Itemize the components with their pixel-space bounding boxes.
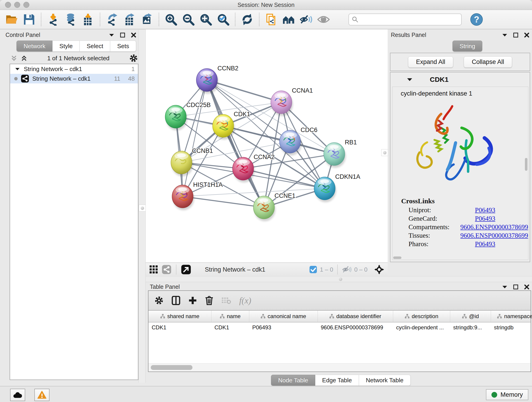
- share-view-icon[interactable]: [162, 265, 171, 274]
- close-panel-icon[interactable]: [524, 284, 529, 289]
- cell-description[interactable]: cyclin-dependent ...: [393, 322, 450, 333]
- edge-HIST1H1A-CCNE1[interactable]: [183, 196, 264, 207]
- float-panel-icon[interactable]: [513, 284, 518, 289]
- cell--id[interactable]: stringdb:9...: [450, 322, 491, 333]
- float-panel-icon[interactable]: [120, 32, 125, 38]
- protein-card-header[interactable]: CDK1: [390, 72, 530, 87]
- zoom-in-button[interactable]: [163, 12, 178, 27]
- home-view-button[interactable]: [281, 12, 296, 27]
- table-horizontal-scrollbar-track[interactable]: [148, 363, 531, 371]
- grid-view-icon[interactable]: [149, 265, 158, 274]
- tab-node-table[interactable]: Node Table: [271, 375, 315, 386]
- cell-shared-name[interactable]: CDK1: [148, 322, 211, 333]
- expand-all-icon[interactable]: [21, 55, 27, 62]
- horizontal-splitter-handle[interactable]: [339, 278, 342, 281]
- table-row[interactable]: CDK1CDK1P064939606.ENSP00000378699cyclin…: [148, 322, 531, 333]
- column-header-description[interactable]: description: [393, 311, 450, 322]
- float-panel-icon[interactable]: [513, 32, 518, 38]
- hidden-eye-icon[interactable]: [342, 265, 351, 274]
- import-database-button[interactable]: [63, 12, 78, 27]
- refresh-button[interactable]: [240, 12, 255, 27]
- tab-select[interactable]: Select: [80, 41, 110, 51]
- panel-menu-caret-icon[interactable]: [502, 285, 507, 288]
- cloud-status-button[interactable]: [10, 389, 25, 401]
- left-splitter[interactable]: [138, 30, 146, 383]
- column-header-name[interactable]: name: [211, 311, 249, 322]
- close-panel-icon[interactable]: [131, 32, 136, 38]
- import-network-button[interactable]: [46, 12, 61, 27]
- card-horizontal-scrollbar[interactable]: [393, 256, 401, 259]
- left-splitter-handle[interactable]: [139, 205, 146, 211]
- new-network-from-selection-button[interactable]: [264, 12, 279, 27]
- crosslink-value[interactable]: P06493: [475, 240, 495, 248]
- crosslink-value[interactable]: 9606.ENSP00000378699: [460, 223, 528, 231]
- expand-all-button[interactable]: Expand All: [408, 56, 453, 68]
- edge-CCNB2-CCNE1[interactable]: [207, 80, 264, 207]
- right-splitter[interactable]: [382, 29, 388, 262]
- zoom-fit-button[interactable]: [198, 12, 213, 27]
- collapse-section-icon[interactable]: [407, 78, 412, 81]
- collapse-all-button[interactable]: Collapse All: [464, 56, 512, 68]
- gear-icon[interactable]: [129, 54, 138, 63]
- cell-canonical-name[interactable]: P06493: [249, 322, 317, 333]
- panel-menu-caret-icon[interactable]: [109, 33, 114, 37]
- save-session-button[interactable]: [22, 12, 37, 27]
- tab-style[interactable]: Style: [52, 41, 80, 51]
- node-CCNA1[interactable]: CCNA1: [271, 87, 313, 116]
- hide-graphics-details-button[interactable]: [298, 12, 314, 27]
- tab-edge-table[interactable]: Edge Table: [315, 375, 359, 386]
- node-CDKN1A[interactable]: CDKN1A: [314, 173, 360, 202]
- network-row[interactable]: String Network – cdk1 11 48: [10, 74, 138, 83]
- node-CDK1[interactable]: CDK1: [213, 111, 250, 140]
- crosslink-value[interactable]: 9606.ENSP00000378699: [460, 232, 528, 239]
- memory-button[interactable]: Memory: [486, 389, 528, 400]
- warning-status-button[interactable]: [34, 389, 50, 401]
- tab-sets[interactable]: Sets: [110, 41, 136, 51]
- node-RB1[interactable]: RB1: [324, 139, 357, 168]
- tree-expander-icon[interactable]: [15, 67, 20, 70]
- crosslink-value[interactable]: P06493: [475, 206, 495, 214]
- window-close-button[interactable]: [5, 2, 11, 8]
- cell-namespace[interactable]: stringdb: [491, 322, 532, 333]
- export-image-button[interactable]: [139, 12, 154, 27]
- zoom-out-button[interactable]: [181, 12, 196, 27]
- zoom-selected-button[interactable]: [215, 12, 231, 27]
- show-columns-icon[interactable]: [171, 296, 181, 305]
- column-header-database-identifier[interactable]: database identifier: [317, 311, 393, 322]
- export-network-button[interactable]: [104, 12, 120, 27]
- import-table-button[interactable]: [80, 12, 95, 27]
- search-input[interactable]: [360, 16, 458, 23]
- right-splitter-handle[interactable]: [381, 149, 388, 156]
- column-header-shared-name[interactable]: shared name: [148, 311, 211, 322]
- selected-checkbox-icon[interactable]: [309, 266, 317, 274]
- close-panel-icon[interactable]: [524, 32, 529, 38]
- panel-menu-caret-icon[interactable]: [502, 33, 507, 37]
- cell-name[interactable]: CDK1: [211, 322, 249, 333]
- open-session-button[interactable]: [4, 12, 19, 27]
- node-CCNE1[interactable]: CCNE1: [253, 192, 296, 221]
- add-column-icon[interactable]: [188, 296, 197, 305]
- window-zoom-button[interactable]: [23, 2, 29, 8]
- birds-eye-toggle-icon[interactable]: [374, 264, 385, 275]
- show-graphics-details-button[interactable]: [316, 12, 331, 27]
- node-CCNB1[interactable]: CCNB1: [171, 147, 213, 176]
- help-button[interactable]: ?: [469, 12, 484, 27]
- window-minimize-button[interactable]: [14, 2, 20, 8]
- tab-network[interactable]: Network: [17, 41, 52, 51]
- cell-database-identifier[interactable]: 9606.ENSP00000378699: [317, 322, 393, 333]
- card-vertical-scrollbar[interactable]: [525, 158, 527, 171]
- network-canvas[interactable]: CCNB2CCNA1CDC25BCDK1CDC6RB1CCNB1CCNA2CDK…: [146, 29, 388, 262]
- tab-string[interactable]: String: [452, 41, 482, 51]
- table-horizontal-scrollbar-thumb[interactable]: [151, 365, 192, 370]
- collapse-all-icon[interactable]: [11, 55, 17, 62]
- network-collection-row[interactable]: String Network – cdk1 1: [10, 64, 138, 74]
- column-header-canonical-name[interactable]: canonical name: [249, 311, 317, 322]
- delete-column-icon[interactable]: [205, 296, 214, 305]
- tab-network-table[interactable]: Network Table: [359, 375, 411, 386]
- crosslink-value[interactable]: P06493: [475, 215, 495, 222]
- detach-view-icon[interactable]: [181, 264, 191, 274]
- column-header--id[interactable]: @id: [450, 311, 491, 322]
- export-table-button[interactable]: [122, 12, 137, 27]
- horizontal-splitter[interactable]: [146, 276, 532, 282]
- table-settings-gear-icon[interactable]: [154, 296, 164, 305]
